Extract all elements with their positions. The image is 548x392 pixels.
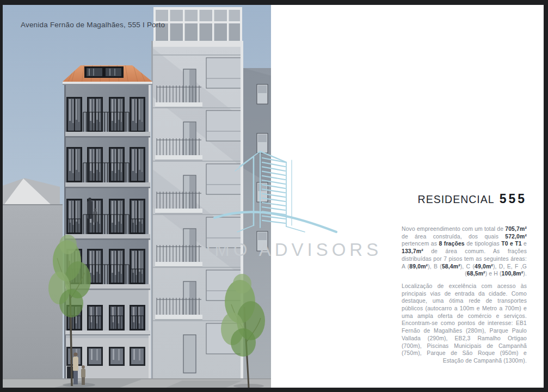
title-text: RESIDENCIAL	[418, 193, 495, 206]
main-building	[61, 64, 152, 383]
paragraph-areas: Novo empreendimento com um total de 705,…	[402, 225, 527, 278]
photo-address: Avenida Fernão de Magalhães, 555 I Porto	[21, 21, 165, 29]
description-copy: Novo empreendimento com um total de 705,…	[402, 225, 527, 365]
paragraph-location: Localização de excelência com acesso às …	[402, 283, 527, 365]
building-photo: Avenida Fernão de Magalhães, 555 I Porto	[3, 5, 271, 388]
dormer-window	[84, 66, 124, 78]
sidewalk	[3, 378, 271, 388]
building-render	[3, 5, 271, 388]
brochure-page: Avenida Fernão de Magalhães, 555 I Porto…	[0, 0, 548, 392]
page-title: RESIDENCIAL 555	[418, 192, 527, 206]
info-panel: RESIDENCIAL 555 Novo empreendimento com …	[271, 5, 544, 388]
title-number: 555	[500, 192, 527, 206]
